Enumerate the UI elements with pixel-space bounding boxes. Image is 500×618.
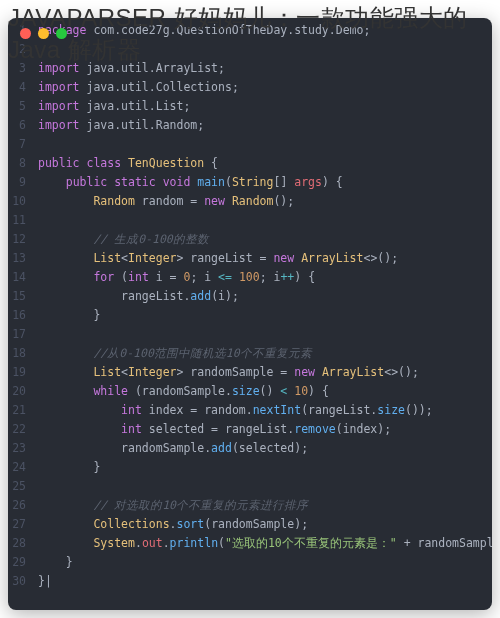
code-area[interactable]: 1package com.code27g.QuestionOfTheDay.st… bbox=[8, 21, 492, 610]
code-line: 13 List<Integer> rangeList = new ArrayLi… bbox=[8, 249, 492, 268]
code-line: 8public class TenQuestion { bbox=[8, 154, 492, 173]
line-content: List<Integer> rangeList = new ArrayList<… bbox=[38, 249, 492, 268]
line-content: import java.util.Collections; bbox=[38, 78, 492, 97]
line-number: 22 bbox=[8, 420, 38, 439]
code-line: 10 Random random = new Random(); bbox=[8, 192, 492, 211]
line-content: public static void main(String[] args) { bbox=[38, 173, 492, 192]
line-content: Random random = new Random(); bbox=[38, 192, 492, 211]
line-number: 11 bbox=[8, 211, 38, 230]
code-line: 23 randomSample.add(selected); bbox=[8, 439, 492, 458]
code-line: 20 while (randomSample.size() < 10) { bbox=[8, 382, 492, 401]
code-line: 19 List<Integer> randomSample = new Arra… bbox=[8, 363, 492, 382]
code-line: 17 bbox=[8, 325, 492, 344]
line-number: 14 bbox=[8, 268, 38, 287]
line-number: 7 bbox=[8, 135, 38, 154]
line-number: 8 bbox=[8, 154, 38, 173]
page-title: JAVAPARSER 好妈妈儿：一款功能强大的 Java 解析器 bbox=[8, 2, 492, 67]
line-number: 25 bbox=[8, 477, 38, 496]
code-line: 5import java.util.List; bbox=[8, 97, 492, 116]
code-line: 9 public static void main(String[] args)… bbox=[8, 173, 492, 192]
code-line: 25 bbox=[8, 477, 492, 496]
code-line: 11 bbox=[8, 211, 492, 230]
line-content: } bbox=[38, 306, 492, 325]
line-content: int index = random.nextInt(rangeList.siz… bbox=[38, 401, 492, 420]
line-content: for (int i = 0; i <= 100; i++) { bbox=[38, 268, 492, 287]
code-line: 14 for (int i = 0; i <= 100; i++) { bbox=[8, 268, 492, 287]
code-line: 15 rangeList.add(i); bbox=[8, 287, 492, 306]
code-line: 22 int selected = rangeList.remove(index… bbox=[8, 420, 492, 439]
line-number: 16 bbox=[8, 306, 38, 325]
code-line: 7 bbox=[8, 135, 492, 154]
line-content: while (randomSample.size() < 10) { bbox=[38, 382, 492, 401]
line-content bbox=[38, 135, 492, 154]
code-line: 6import java.util.Random; bbox=[8, 116, 492, 135]
line-content: // 对选取的10个不重复的元素进行排序 bbox=[38, 496, 492, 515]
line-content: import java.util.List; bbox=[38, 97, 492, 116]
line-content: Collections.sort(randomSample); bbox=[38, 515, 492, 534]
line-number: 9 bbox=[8, 173, 38, 192]
line-number: 30 bbox=[8, 572, 38, 591]
line-content: // 生成0-100的整数 bbox=[38, 230, 492, 249]
line-content: int selected = rangeList.remove(index); bbox=[38, 420, 492, 439]
line-number: 27 bbox=[8, 515, 38, 534]
line-content: } bbox=[38, 553, 492, 572]
line-number: 23 bbox=[8, 439, 38, 458]
line-number: 26 bbox=[8, 496, 38, 515]
line-content bbox=[38, 325, 492, 344]
line-content: }| bbox=[38, 572, 492, 591]
code-line: 16 } bbox=[8, 306, 492, 325]
line-number: 24 bbox=[8, 458, 38, 477]
line-content: randomSample.add(selected); bbox=[38, 439, 492, 458]
line-number: 20 bbox=[8, 382, 38, 401]
line-content: List<Integer> randomSample = new ArrayLi… bbox=[38, 363, 492, 382]
line-content: public class TenQuestion { bbox=[38, 154, 492, 173]
code-line: 24 } bbox=[8, 458, 492, 477]
line-number: 4 bbox=[8, 78, 38, 97]
code-line: 26 // 对选取的10个不重复的元素进行排序 bbox=[8, 496, 492, 515]
code-line: 4import java.util.Collections; bbox=[8, 78, 492, 97]
line-number: 29 bbox=[8, 553, 38, 572]
code-line: 12 // 生成0-100的整数 bbox=[8, 230, 492, 249]
code-line: 29 } bbox=[8, 553, 492, 572]
line-number: 19 bbox=[8, 363, 38, 382]
line-number: 10 bbox=[8, 192, 38, 211]
line-number: 15 bbox=[8, 287, 38, 306]
code-line: 18 //从0-100范围中随机选10个不重复元素 bbox=[8, 344, 492, 363]
code-line: 21 int index = random.nextInt(rangeList.… bbox=[8, 401, 492, 420]
line-number: 28 bbox=[8, 534, 38, 553]
line-number: 6 bbox=[8, 116, 38, 135]
code-line: 27 Collections.sort(randomSample); bbox=[8, 515, 492, 534]
line-content: System.out.println("选取的10个不重复的元素是：" + ra… bbox=[38, 534, 492, 553]
line-content: } bbox=[38, 458, 492, 477]
code-line: 28 System.out.println("选取的10个不重复的元素是：" +… bbox=[8, 534, 492, 553]
line-content: rangeList.add(i); bbox=[38, 287, 492, 306]
code-line: 30}| bbox=[8, 572, 492, 591]
line-number: 17 bbox=[8, 325, 38, 344]
line-number: 5 bbox=[8, 97, 38, 116]
code-editor: 1package com.code27g.QuestionOfTheDay.st… bbox=[8, 18, 492, 610]
line-content bbox=[38, 477, 492, 496]
line-number: 13 bbox=[8, 249, 38, 268]
line-content bbox=[38, 211, 492, 230]
line-content: //从0-100范围中随机选10个不重复元素 bbox=[38, 344, 492, 363]
line-number: 12 bbox=[8, 230, 38, 249]
line-content: import java.util.Random; bbox=[38, 116, 492, 135]
line-number: 21 bbox=[8, 401, 38, 420]
line-number: 18 bbox=[8, 344, 38, 363]
